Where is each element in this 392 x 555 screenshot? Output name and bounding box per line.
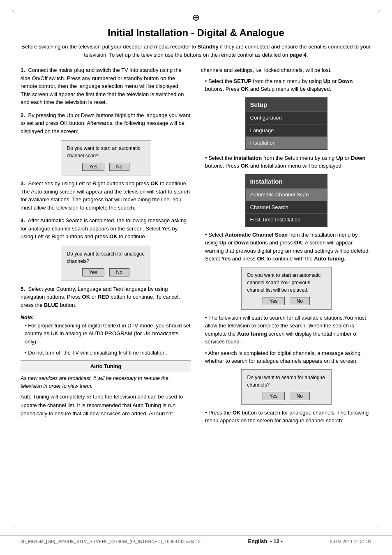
dialog-2-yes[interactable]: Yes (82, 268, 104, 276)
step-5-text: Select your Country, Language and Text l… (21, 286, 180, 308)
dialog-3-text: Do you want to start an automatic channe… (247, 272, 325, 294)
col-right: channels and settings, i.e. locked chann… (201, 66, 371, 428)
step-5-num: 5. (21, 286, 25, 292)
step-4-num: 4. (21, 217, 25, 223)
setup-menu-item-configuration[interactable]: Configuration (246, 111, 327, 124)
dialog-2-no[interactable]: No (109, 268, 129, 276)
setup-menu-title: Setup (246, 98, 327, 112)
corner-mark-br: ┘ (377, 526, 380, 530)
step-1-num: 1. (21, 67, 25, 73)
dialog-3-yes[interactable]: Yes (263, 297, 285, 305)
auto-tuning-body: Auto Tuning will completely re-tune the … (21, 393, 191, 418)
setup-menu-item-installation[interactable]: Installation (246, 136, 327, 149)
footer-date: 30.03.2011 14:31:31 (330, 539, 371, 544)
dialog-4: Do you want to search for analogue chann… (241, 369, 332, 405)
dialog-1-yes[interactable]: Yes (82, 163, 104, 171)
auto-tuning-header: Auto Tuning (21, 360, 191, 373)
dialog-3-no[interactable]: No (290, 297, 310, 305)
dialog-2: Do you want to search for analogue chann… (61, 246, 151, 281)
step-2-text: By pressing the Up or Down buttons highl… (21, 112, 190, 134)
footer-filename: 00_MB45M_[GB]_3910UK_IDTV_SILVER8_32740W… (21, 539, 201, 544)
step-2: 2. By pressing the Up or Down buttons hi… (21, 111, 191, 136)
setup-menu-item-language[interactable]: Language (246, 124, 327, 137)
right-bullet-3: Select Automatic Channel Scan from the I… (205, 231, 371, 263)
right-bullet-1: Select the SETUP from the main menu by u… (205, 77, 371, 93)
installation-menu-title: Installation (246, 175, 327, 189)
note-label: Note: (21, 315, 34, 320)
dialog-2-buttons: Yes No (67, 268, 145, 276)
installation-menu: Installation Automatic Channel Scan Chan… (245, 174, 327, 227)
step-3: 3. Select Yes by using Left or Right but… (21, 180, 191, 212)
page-container: ┐ ┌ ⊕ Initial Installation - Digital & A… (0, 0, 392, 555)
dialog-4-no[interactable]: No (290, 392, 310, 400)
step-4: 4. After Automatic Search is completed, … (21, 216, 191, 241)
footer-language: English - 12 - (248, 538, 283, 544)
step-1: 1. Connect the mains plug and switch the… (21, 66, 191, 106)
step-2-num: 2. (21, 112, 25, 118)
step-1-text: Connect the mains plug and switch the TV… (21, 67, 184, 105)
compass-icon: ⊕ (21, 12, 371, 23)
dialog-1-buttons: Yes No (67, 163, 145, 171)
dialog-4-yes[interactable]: Yes (263, 392, 285, 400)
corner-mark-tl: ┐ (12, 8, 15, 13)
page-title: Initial Installation - Digital & Analogu… (21, 27, 371, 39)
right-bullet-6: Press the OK button to search for analog… (205, 409, 371, 425)
two-col-layout: 1. Connect the mains plug and switch the… (21, 66, 371, 428)
step-5: 5. Select your Country, Language and Tex… (21, 285, 191, 309)
dialog-1-no[interactable]: No (109, 163, 129, 171)
note-item-1: For proper functioning of digital telete… (25, 322, 191, 346)
note-item-2: Do not turn off the TV while initializin… (25, 349, 191, 357)
corner-mark-tr: ┌ (377, 8, 380, 13)
step-3-text: Select Yes by using Left or Right button… (21, 180, 190, 211)
note-section: Note: For proper functioning of digital … (21, 314, 191, 357)
step-3-num: 3. (21, 180, 25, 187)
right-bullet-2: Select the Installation from the Setup m… (205, 154, 371, 170)
dialog-2-text: Do you want to search for analogue chann… (67, 250, 145, 265)
setup-menu: Setup Configuration Language Installatio… (245, 97, 327, 150)
intro-text: Before switching on the television put y… (21, 43, 371, 59)
right-bullet-5: After search is completed for digital ch… (205, 349, 371, 365)
installation-menu-item-auto[interactable]: Automatic Channel Scan (246, 188, 327, 201)
step-4-text: After Automatic Search is completed, the… (21, 217, 187, 240)
installation-menu-item-first-time[interactable]: First Time Installation (246, 213, 327, 226)
dialog-1-text: Do you want to start an automatic channe… (67, 145, 145, 159)
col-left: 1. Connect the mains plug and switch the… (21, 66, 191, 421)
auto-tuning-italic: As new services are broadcast, it will b… (21, 375, 191, 390)
installation-menu-item-channel-search[interactable]: Channel Search (246, 201, 327, 214)
page-footer: 00_MB45M_[GB]_3910UK_IDTV_SILVER8_32740W… (0, 535, 392, 547)
dialog-3: Do you want to start an automatic channe… (241, 267, 332, 310)
dialog-4-buttons: Yes No (247, 392, 325, 400)
dialog-4-text: Do you want to search for analogue chann… (247, 374, 325, 389)
auto-tuning-continued: channels and settings, i.e. locked chann… (201, 66, 371, 75)
right-bullet-4: The television will start to search for … (205, 314, 371, 346)
dialog-3-buttons: Yes No (247, 297, 325, 305)
dialog-1: Do you want to start an automatic channe… (61, 140, 151, 175)
corner-mark-bl: └ (12, 526, 15, 530)
